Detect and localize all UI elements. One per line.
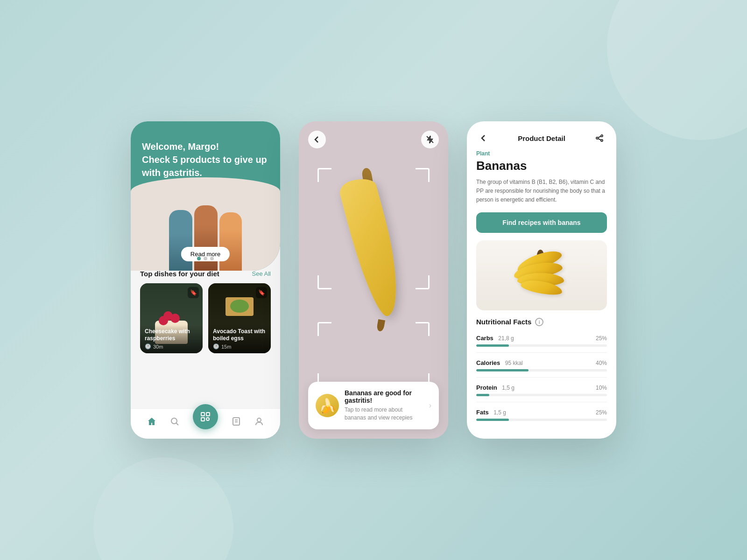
dish-card-1[interactable]: 🔖 Cheesecake with raspberries 🕐 30m — [140, 283, 203, 353]
chevron-right-icon: › — [429, 401, 431, 410]
nutrition-name-0: Carbs — [476, 335, 493, 342]
dish-time-2: 🕐 15m — [213, 343, 266, 350]
nav-notes[interactable] — [232, 417, 241, 426]
screen-detail: Product Detail Plant Bananas The group o… — [467, 121, 616, 439]
nutrition-section: Nutritional Facts i Carbs 21,8 g 25% Cal… — [476, 318, 607, 421]
nutrition-bar-bg-0 — [476, 344, 607, 347]
share-icon — [595, 134, 604, 142]
nutrition-bar-fill-0 — [476, 344, 509, 347]
scanner-card-title: Bananas are good for gastritis! — [345, 389, 423, 404]
product-description: The group of vitamins B (B1, B2, B6), vi… — [476, 178, 607, 205]
nutrition-value-2: 1,5 g — [502, 385, 514, 391]
nutrition-value-0: 21,8 g — [498, 335, 514, 342]
dot-1[interactable] — [197, 257, 201, 260]
svg-rect-4 — [201, 418, 204, 421]
divider-2 — [476, 402, 607, 402]
nutrition-item-0: Carbs 21,8 g 25% — [476, 334, 607, 353]
nutrition-row-0: Carbs 21,8 g 25% — [476, 334, 607, 342]
bookmark-icon-1[interactable]: 🔖 — [188, 287, 199, 298]
nutrition-name-3: Fats — [476, 409, 489, 416]
carousel-dots — [131, 257, 280, 260]
nav-scan[interactable] — [193, 404, 218, 429]
dish-name-1: Cheesecake with raspberries — [145, 328, 198, 343]
svg-point-9 — [257, 418, 261, 422]
screen-home: Welcome, Margo! Check 5 products to give… — [131, 121, 280, 439]
nutrition-name-2: Protein — [476, 384, 497, 391]
welcome-text: Welcome, Margo! Check 5 products to give… — [142, 140, 269, 179]
svg-line-15 — [598, 139, 601, 140]
nutrition-row-3: Fats 1,5 g 25% — [476, 408, 607, 416]
nutrition-percent-2: 10% — [596, 385, 607, 391]
nutrition-value-1: 95 kkal — [505, 360, 523, 366]
home-icon — [147, 417, 156, 426]
nutrition-bar-fill-3 — [476, 419, 509, 421]
frame-corner-br — [416, 275, 430, 289]
product-category: Plant — [476, 150, 607, 157]
product-name: Bananas — [476, 159, 607, 173]
detail-back-button[interactable] — [476, 131, 491, 146]
svg-point-5 — [206, 418, 209, 420]
dot-3[interactable] — [210, 257, 214, 260]
dish-time-1: 🕐 30m — [145, 343, 198, 350]
bookmark-icon-2[interactable]: 🔖 — [256, 287, 267, 298]
svg-line-1 — [176, 423, 178, 426]
search-icon — [170, 417, 179, 426]
product-image — [476, 240, 607, 310]
scanner-back-button[interactable] — [308, 131, 326, 148]
nutrition-item-2: Protein 1,5 g 10% — [476, 383, 607, 402]
svg-point-14 — [601, 140, 603, 141]
svg-point-13 — [596, 137, 598, 139]
clock-icon-2: 🕐 — [213, 343, 219, 350]
nutrition-bar-fill-2 — [476, 394, 489, 396]
profile-icon — [254, 417, 264, 426]
notes-icon — [232, 417, 241, 426]
svg-line-16 — [598, 136, 601, 138]
detail-header: Product Detail — [467, 121, 616, 150]
nutrition-item-3: Fats 1,5 g 25% — [476, 408, 607, 421]
nutrition-header: Nutritional Facts i — [476, 318, 607, 326]
dishes-section: Top dishes for your diet See All 🔖 Chees… — [131, 264, 280, 408]
scanner-result-card[interactable]: 🍌 Bananas are good for gastritis! Tap to… — [308, 382, 439, 429]
nutrition-bar-bg-3 — [476, 419, 607, 421]
svg-rect-3 — [206, 413, 210, 416]
section-title: Top dishes for your diet — [140, 270, 219, 278]
nav-home[interactable] — [147, 417, 156, 426]
frame2-corner-tr — [416, 322, 430, 336]
dish-card-2[interactable]: 🔖 Avocado Toast with boiled egss 🕐 15m — [208, 283, 271, 353]
nutrition-value-3: 1,5 g — [493, 409, 506, 416]
svg-point-0 — [171, 418, 177, 424]
scanner-flash-button[interactable] — [421, 131, 439, 148]
dish-name-2: Avocado Toast with boiled egss — [213, 328, 266, 343]
nutrition-title: Nutritional Facts — [476, 318, 531, 326]
banana-bunch — [514, 250, 570, 301]
divider-1 — [476, 377, 607, 378]
frame-corner-tl — [317, 168, 331, 182]
nutrition-name-1: Calories — [476, 359, 500, 366]
detail-back-icon — [480, 134, 487, 142]
scanner-card-text: Bananas are good for gastritis! Tap to r… — [345, 389, 423, 422]
nutrition-percent-0: 25% — [596, 335, 607, 342]
share-button[interactable] — [592, 131, 607, 146]
dot-2[interactable] — [204, 257, 207, 260]
frame2-corner-tl — [317, 322, 331, 336]
svg-rect-2 — [201, 413, 204, 416]
find-recipes-button[interactable]: Find recipes with banans — [476, 212, 607, 233]
see-all-link[interactable]: See All — [252, 270, 271, 277]
nutrition-percent-3: 25% — [596, 409, 607, 416]
person1 — [169, 210, 192, 271]
nav-search[interactable] — [170, 417, 179, 426]
divider-0 — [476, 352, 607, 353]
home-header: Welcome, Margo! Check 5 products to give… — [131, 121, 280, 271]
nav-profile[interactable] — [254, 417, 264, 426]
screen-scanner: 🍌 Bananas are good for gastritis! Tap to… — [299, 121, 448, 439]
frame-corner-tr — [416, 168, 430, 182]
nutrition-item-1: Calories 95 kkal 40% — [476, 358, 607, 378]
nutrition-row-1: Calories 95 kkal 40% — [476, 358, 607, 367]
back-icon — [313, 136, 321, 143]
info-icon[interactable]: i — [535, 318, 543, 326]
detail-content: Plant Bananas The group of vitamins B (B… — [467, 150, 616, 439]
scanner-frame-bottom — [317, 322, 430, 387]
dishes-grid: 🔖 Cheesecake with raspberries 🕐 30m 🔖 Av… — [140, 283, 271, 353]
clock-icon-1: 🕐 — [145, 343, 151, 350]
detail-page-title: Product Detail — [518, 134, 565, 142]
